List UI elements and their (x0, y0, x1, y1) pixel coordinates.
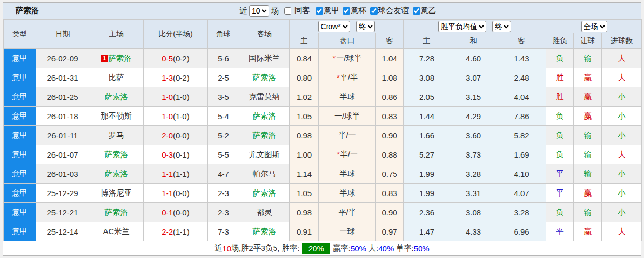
table-row: 意甲 26-01-03 萨索洛 1-1(1-1) 4-7 帕尔马 1.14 *半… (4, 164, 642, 184)
halftime-score: (0-0) (173, 208, 190, 217)
avg-away-cell: 4.04 (497, 87, 546, 107)
home-team-name[interactable]: 那不勒斯 (101, 111, 132, 120)
avg-selector-group: 胜平负均值终 (404, 20, 546, 33)
home-team-name[interactable]: 比萨 (109, 73, 124, 82)
away-team-name[interactable]: 克雷莫纳 (249, 92, 280, 101)
league-cell[interactable]: 意甲 (4, 184, 36, 203)
away-odds-cell: 0.97 (376, 222, 404, 241)
away-team-name[interactable]: 萨索洛 (253, 227, 276, 236)
summary-segment: 赢率: (333, 243, 351, 253)
odds-time-select[interactable]: 终 (356, 21, 375, 32)
odds-company-select[interactable]: Crow* (318, 21, 350, 32)
home-team-name[interactable]: AC米兰 (103, 227, 130, 236)
league-cell[interactable]: 意甲 (4, 87, 36, 107)
halftime-score: (1-1) (173, 170, 190, 178)
home-team-name[interactable]: 萨索洛 (105, 150, 128, 159)
league-filter-label: 意乙 (421, 6, 436, 16)
handicap-result-text: 输 (584, 54, 592, 62)
home-team-name[interactable]: 萨索洛 (105, 208, 128, 216)
avg-away-cell: 4.07 (497, 184, 546, 203)
league-filter-item[interactable]: 意甲 (316, 6, 339, 16)
handicap-result-text: 赢 (584, 227, 592, 236)
home-team-name[interactable]: 萨索洛 (109, 54, 132, 62)
away-team-name[interactable]: 萨索洛 (253, 73, 276, 82)
league-cell[interactable]: 意甲 (4, 68, 36, 87)
handicap-cell: *半球 (319, 87, 376, 107)
match-history-panel: 萨索洛 近 10 场 同客 意甲 意杯 球会友谊 意乙 (3, 2, 641, 256)
home-odds-cell: 1.02 (290, 87, 319, 107)
away-team-name[interactable]: 萨索洛 (253, 111, 276, 120)
league-filter-checkbox[interactable] (316, 7, 323, 15)
score-cell: 1-0(1-0) (144, 87, 208, 107)
league-cell[interactable]: 意甲 (4, 49, 36, 68)
league-filter-item[interactable]: 意乙 (413, 6, 436, 16)
result-cell: 负 (546, 203, 574, 222)
goals-text: 小 (618, 92, 626, 101)
league-cell[interactable]: 意甲 (4, 145, 36, 164)
home-team-name[interactable]: 萨索洛 (105, 92, 128, 101)
league-filter-checkbox[interactable] (284, 7, 291, 15)
league-filter-checkbox[interactable] (413, 7, 420, 15)
goals-text: 大 (618, 150, 626, 159)
league-filter-checkbox[interactable] (343, 7, 350, 15)
date-cell: 26-01-11 (36, 126, 89, 145)
away-team-name[interactable]: 萨索洛 (253, 131, 276, 139)
avg-draw-cell: 3.73 (450, 145, 497, 164)
league-cell[interactable]: 意甲 (4, 107, 36, 126)
col-header-type: 类型 (4, 20, 36, 49)
league-cell[interactable]: 意甲 (4, 164, 36, 184)
date-cell: 26-02-09 (36, 49, 89, 68)
away-team-name[interactable]: 国际米兰 (249, 54, 280, 62)
away-team-name[interactable]: 帕尔马 (253, 169, 276, 178)
avg-draw-cell: 3.08 (450, 203, 497, 222)
corners-cell: 5-6 (208, 49, 239, 68)
away-team-name[interactable]: 萨索洛 (253, 188, 276, 197)
league-cell[interactable]: 意甲 (4, 203, 36, 222)
league-filter-item[interactable]: 球会友谊 (370, 6, 409, 16)
home-team-cell: 萨索洛 (89, 87, 144, 107)
league-filter-item[interactable]: 意杯 (343, 6, 366, 16)
league-cell[interactable]: 意甲 (4, 126, 36, 145)
home-odds-cell: 0.98 (290, 203, 319, 222)
fulltime-score: 1-0 (162, 93, 173, 101)
avg-time-select[interactable]: 终 (492, 21, 511, 32)
handicap-text: 平/半 (338, 208, 356, 216)
home-team-name[interactable]: 博洛尼亚 (101, 188, 132, 197)
away-team-name[interactable]: 尤文图斯 (249, 150, 280, 159)
handicap-text: 半/一 (338, 131, 356, 139)
score-cell: 1-0(1-0) (144, 107, 208, 126)
league-filter-item[interactable]: 同客 (284, 6, 310, 16)
fulltime-score: 1-0 (162, 112, 173, 121)
goals-text: 小 (618, 208, 626, 216)
league-filter-label: 意杯 (351, 6, 366, 16)
home-odds-cell: 0.98 (290, 126, 319, 145)
result-cell: 平 (546, 222, 574, 241)
avg-type-select[interactable]: 胜平负均值 (438, 21, 486, 32)
league-filter-checkbox[interactable] (370, 7, 378, 15)
home-team-name[interactable]: 罗马 (109, 131, 124, 139)
table-row: 意甲 26-01-18 那不勒斯 1-0(1-0) 5-4 萨索洛 1.05 *… (4, 107, 642, 126)
handicap-text: 一/球半 (336, 54, 361, 62)
goals-cell: 大 (602, 49, 642, 68)
goals-text: 大 (618, 54, 626, 62)
col-header-handicap-result: 让球 (574, 33, 602, 49)
away-team-name[interactable]: 都灵 (257, 208, 272, 216)
handicap-cell: *平/半 (319, 203, 376, 222)
league-cell[interactable]: 意甲 (4, 222, 36, 241)
match-history-table: 类型 日期 主场 比分(半场) 角球 客场 Crow*终 胜平负均值终 全场 主… (3, 19, 642, 241)
corners-cell: 4-7 (208, 164, 239, 184)
fulltime-score: 0-3 (162, 150, 173, 159)
avg-draw-cell: 3.15 (450, 87, 497, 107)
date-cell: 26-01-25 (36, 87, 89, 107)
summary-segment: 大: (366, 243, 378, 253)
result-cell: 胜 (546, 87, 574, 107)
goals-cell: 小 (602, 126, 642, 145)
home-team-name[interactable]: 萨索洛 (105, 169, 128, 178)
home-odds-cell: 1.00 (290, 145, 319, 164)
recent-count-select[interactable]: 10 (249, 5, 269, 17)
red-card-badge: 1 (101, 55, 108, 62)
home-odds-cell: 1.05 (290, 107, 319, 126)
avg-home-cell: 5.27 (404, 145, 450, 164)
scope-select[interactable]: 全场 (581, 21, 607, 32)
result-cell: 负 (546, 126, 574, 145)
